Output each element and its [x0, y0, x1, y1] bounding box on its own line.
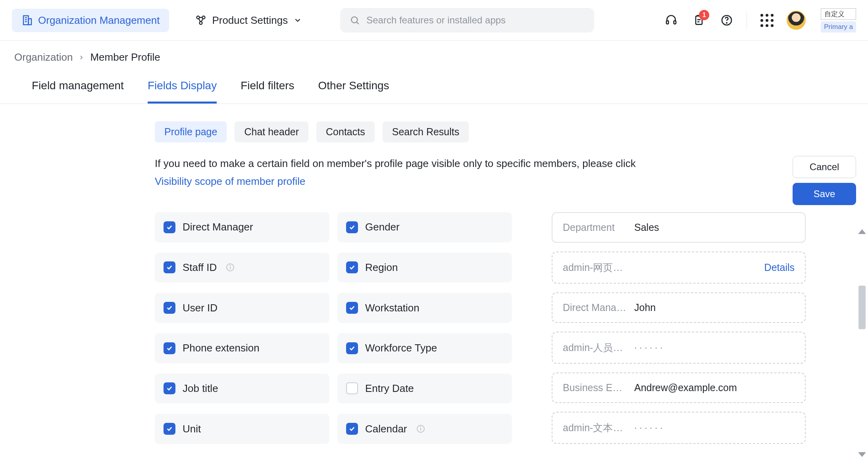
- checkbox[interactable]: [164, 382, 175, 394]
- topbar-divider: [747, 12, 747, 29]
- checkbox[interactable]: [346, 302, 358, 314]
- preview-row-direct-manager[interactable]: Direct Mana… John: [552, 292, 806, 323]
- subtab-search-results[interactable]: Search Results: [383, 121, 469, 142]
- checkbox[interactable]: [164, 261, 175, 273]
- check-icon: [348, 345, 356, 352]
- field-label: Calendar: [365, 423, 407, 435]
- preview-row-department[interactable]: Department Sales: [552, 212, 806, 243]
- headset-icon: [665, 14, 677, 27]
- check-icon: [166, 304, 173, 311]
- info-icon[interactable]: [225, 263, 235, 272]
- search-icon: [350, 15, 360, 26]
- visibility-scope-link[interactable]: Visibility scope of member profile: [155, 174, 306, 189]
- save-button[interactable]: Save: [793, 183, 856, 205]
- preview-row-admin-person[interactable]: admin-人员… ······: [552, 332, 806, 364]
- checkbox[interactable]: [346, 423, 358, 435]
- cancel-button[interactable]: Cancel: [793, 156, 856, 178]
- subtab-chat-header[interactable]: Chat header: [235, 121, 308, 142]
- tabs: Field management Fields Display Field fi…: [0, 71, 868, 104]
- headset-button[interactable]: [663, 12, 679, 28]
- field-label: Region: [365, 261, 398, 274]
- org-management-pill[interactable]: Organization Management: [12, 9, 169, 32]
- help-button[interactable]: [719, 12, 735, 28]
- check-icon: [166, 425, 173, 432]
- field-label: Direct Manager: [183, 221, 253, 233]
- field-direct-manager[interactable]: Direct Manager: [155, 212, 329, 242]
- corner-badge[interactable]: Primary a: [821, 21, 856, 33]
- info-icon[interactable]: [416, 424, 425, 434]
- preview-row-admin-web[interactable]: admin-网页… Details: [552, 251, 806, 284]
- checkbox[interactable]: [346, 261, 358, 273]
- tab-field-management[interactable]: Field management: [32, 71, 124, 104]
- field-phone-extension[interactable]: Phone extension: [155, 333, 329, 363]
- check-icon: [348, 304, 356, 311]
- preview-label: admin-网页…: [563, 261, 630, 274]
- preview-row-business-email[interactable]: Business E… Andrew@example.com: [552, 372, 806, 403]
- corner-tags: 自定义 Primary a: [821, 8, 856, 33]
- field-calendar[interactable]: Calendar: [337, 414, 512, 444]
- preview-label: admin-文本…: [563, 421, 630, 434]
- svg-rect-1: [29, 19, 32, 25]
- preview-label: Department: [563, 222, 630, 233]
- fields-grid: Direct Manager Gender Staff ID Region Us…: [155, 212, 512, 444]
- checkbox[interactable]: [346, 221, 358, 233]
- preview-row-admin-text[interactable]: admin-文本… ······: [552, 412, 806, 444]
- product-settings-label: Product Settings: [212, 14, 288, 27]
- field-staff-id[interactable]: Staff ID: [155, 253, 329, 283]
- tasks-button[interactable]: 1: [691, 12, 707, 28]
- field-workforce-type[interactable]: Workforce Type: [337, 333, 512, 363]
- chevron-down-icon: [293, 16, 302, 25]
- field-entry-date[interactable]: Entry Date: [337, 374, 512, 404]
- check-icon: [348, 264, 356, 271]
- checkbox[interactable]: [164, 342, 175, 354]
- checkbox[interactable]: [164, 302, 175, 314]
- field-label: Staff ID: [183, 261, 217, 274]
- help-text-content: If you need to make a certain field on m…: [155, 157, 636, 169]
- checkbox[interactable]: [346, 342, 358, 354]
- org-management-label: Organization Management: [38, 14, 160, 27]
- field-workstation[interactable]: Workstation: [337, 293, 512, 323]
- field-user-id[interactable]: User ID: [155, 293, 329, 323]
- check-icon: [348, 224, 356, 231]
- checkbox[interactable]: [346, 382, 358, 394]
- field-label: Phone extension: [183, 342, 260, 354]
- help-text: If you need to make a certain field on m…: [155, 156, 636, 189]
- tab-other-settings[interactable]: Other Settings: [318, 71, 389, 104]
- chevron-right-icon: [78, 54, 85, 61]
- product-settings-dropdown[interactable]: Product Settings: [188, 14, 309, 27]
- checkbox[interactable]: [164, 221, 175, 233]
- breadcrumb-root[interactable]: Organization: [14, 51, 73, 63]
- subtab-contacts[interactable]: Contacts: [316, 121, 375, 142]
- scroll-down-arrow[interactable]: [858, 452, 866, 457]
- check-icon: [166, 345, 173, 352]
- preview-value: ······: [634, 342, 665, 353]
- nodes-icon: [195, 15, 206, 26]
- field-job-title[interactable]: Job title: [155, 374, 329, 404]
- field-unit[interactable]: Unit: [155, 414, 329, 444]
- svg-point-14: [726, 23, 727, 23]
- scroll-up-arrow[interactable]: [858, 229, 866, 234]
- preview-label: Business E…: [563, 382, 630, 393]
- tab-fields-display[interactable]: Fields Display: [148, 71, 217, 104]
- search-box[interactable]: [340, 8, 594, 33]
- help-icon: [720, 14, 733, 27]
- tab-field-filters[interactable]: Field filters: [241, 71, 294, 104]
- preview-details-link[interactable]: Details: [764, 262, 795, 273]
- check-icon: [166, 224, 173, 231]
- checkbox[interactable]: [164, 423, 175, 435]
- subtab-profile-page[interactable]: Profile page: [155, 121, 227, 142]
- breadcrumb-current: Member Profile: [90, 51, 160, 63]
- field-region[interactable]: Region: [337, 253, 512, 283]
- field-label: Workforce Type: [365, 342, 437, 354]
- preview-label: admin-人员…: [563, 341, 630, 354]
- avatar[interactable]: [787, 11, 806, 30]
- scrollbar-thumb[interactable]: [858, 286, 866, 329]
- apps-grid-button[interactable]: [759, 12, 775, 28]
- preview-value: Andrew@example.com: [634, 382, 737, 393]
- search-input[interactable]: [366, 15, 585, 26]
- svg-point-6: [202, 16, 205, 19]
- corner-tag[interactable]: 自定义: [821, 8, 856, 20]
- field-label: Job title: [183, 382, 218, 395]
- field-gender[interactable]: Gender: [337, 212, 512, 242]
- svg-point-20: [420, 427, 421, 427]
